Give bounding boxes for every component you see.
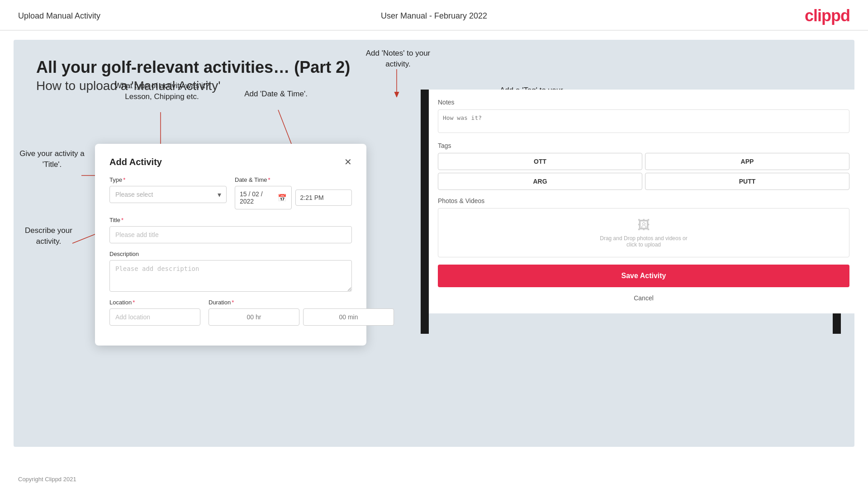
location-group: Location*	[109, 299, 200, 326]
location-duration-row: Location* Duration*	[109, 299, 352, 326]
photos-label: Photos & Videos	[438, 197, 849, 204]
footer: Copyright Clippd 2021	[0, 470, 868, 488]
logo: clippd	[805, 6, 850, 25]
type-select[interactable]: Please select	[109, 186, 227, 203]
top-bar: Upload Manual Activity User Manual - Feb…	[0, 0, 868, 31]
duration-hr-input[interactable]	[209, 308, 299, 326]
title-group: Title*	[109, 217, 352, 243]
main-content: All your golf-relevant activities… (Part…	[14, 40, 854, 447]
manual-title: User Manual - February 2022	[381, 11, 487, 21]
modal-header: Add Activity ✕	[109, 156, 352, 167]
type-datetime-row: Type* Please select ▾ Date & Time* 15 / …	[109, 176, 352, 209]
notes-label: Notes	[438, 99, 849, 106]
date-value: 15 / 02 / 2022	[240, 190, 275, 205]
tag-app[interactable]: APP	[645, 153, 849, 170]
add-activity-modal: Add Activity ✕ Type* Please select ▾ Dat…	[95, 144, 366, 346]
duration-group: Duration*	[209, 299, 394, 326]
title-input[interactable]	[109, 226, 352, 243]
annotation-activity-type: What type of activity was it?Lesson, Chi…	[112, 81, 212, 102]
mobile-screen: Notes Tags OTT APP ARG PUTT Photos & Vid…	[429, 90, 859, 313]
notes-input[interactable]	[438, 109, 849, 133]
notes-section: Notes	[438, 99, 849, 135]
tags-label: Tags	[438, 142, 849, 149]
duration-min-input[interactable]	[303, 308, 394, 326]
photos-section: Photos & Videos 🖼 Drag and Drop photos a…	[438, 197, 849, 257]
description-input[interactable]	[109, 260, 352, 292]
annotation-description: Describe youractivity.	[14, 225, 84, 247]
date-time-inputs: 15 / 02 / 2022 📅 2:21 PM	[235, 186, 352, 209]
calendar-icon: 📅	[278, 194, 287, 202]
tag-ott[interactable]: OTT	[438, 153, 642, 170]
datetime-label: Date & Time*	[235, 176, 352, 183]
image-icon: 🖼	[447, 218, 840, 232]
type-label: Type*	[109, 176, 227, 183]
type-group: Type* Please select ▾	[109, 176, 227, 209]
page-title-header: Upload Manual Activity	[18, 11, 100, 21]
date-input[interactable]: 15 / 02 / 2022 📅	[235, 186, 292, 209]
photos-text: Drag and Drop photos and videos orclick …	[600, 235, 687, 248]
cancel-link[interactable]: Cancel	[438, 292, 849, 304]
annotation-date-time: Add 'Date & Time'.	[231, 89, 321, 99]
title-label: Title*	[109, 217, 352, 223]
duration-inputs	[209, 308, 394, 326]
type-select-wrapper[interactable]: Please select ▾	[109, 186, 227, 203]
description-label: Description	[109, 251, 352, 257]
save-activity-button[interactable]: Save Activity	[438, 265, 849, 287]
location-input[interactable]	[109, 308, 200, 326]
modal-title: Add Activity	[109, 157, 162, 167]
copyright: Copyright Clippd 2021	[18, 476, 76, 483]
annotation-notes: Add 'Notes' to youractivity.	[344, 48, 452, 70]
tag-putt[interactable]: PUTT	[645, 173, 849, 190]
tags-section: Tags OTT APP ARG PUTT	[438, 142, 849, 190]
location-label: Location*	[109, 299, 200, 306]
annotation-title: Give your activity a'Title'.	[14, 148, 90, 170]
modal-close-button[interactable]: ✕	[344, 156, 352, 167]
tags-grid: OTT APP ARG PUTT	[438, 153, 849, 190]
datetime-group: Date & Time* 15 / 02 / 2022 📅 2:21 PM	[235, 176, 352, 209]
time-input[interactable]: 2:21 PM	[295, 190, 352, 206]
tag-arg[interactable]: ARG	[438, 173, 642, 190]
duration-label: Duration*	[209, 299, 394, 306]
mobile-left-bar	[421, 90, 429, 334]
photos-upload-area[interactable]: 🖼 Drag and Drop photos and videos orclic…	[438, 208, 849, 257]
description-group: Description	[109, 251, 352, 292]
